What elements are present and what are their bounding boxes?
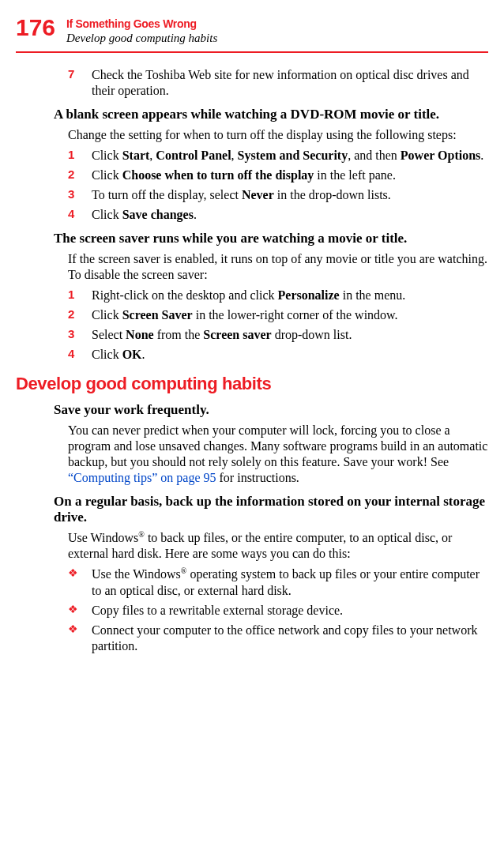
step-number: 3: [68, 187, 79, 203]
step-text: Click Choose when to turn off the displa…: [92, 167, 488, 183]
step-row: 3 Select None from the Screen saver drop…: [68, 327, 488, 343]
paragraph: Use Windows® to back up files, or the en…: [68, 530, 488, 562]
running-title: If Something Goes Wrong: [66, 17, 217, 30]
page: 176 If Something Goes Wrong Develop good…: [0, 0, 504, 682]
step-text: Click OK.: [92, 347, 488, 363]
step-text: Click Start, Control Panel, System and S…: [92, 148, 488, 164]
topic-title: A blank screen appears while watching a …: [54, 107, 488, 122]
sub1-title-wrap: Save your work frequently.: [54, 402, 488, 418]
paragraph: If the screen saver is enabled, it runs …: [68, 251, 488, 283]
sub2-title-wrap: On a regular basis, back up the informat…: [54, 494, 488, 525]
section-heading: Develop good computing habits: [16, 374, 488, 394]
step-text: Right-click on the desktop and click Per…: [92, 288, 488, 303]
step-row: 4 Click OK.: [68, 347, 488, 363]
diamond-bullet-icon: ❖: [68, 603, 79, 619]
step-text: To turn off the display, select Never in…: [92, 187, 488, 203]
topic-title: Save your work frequently.: [54, 402, 488, 418]
topic-b: The screen saver runs while you are watc…: [54, 231, 488, 246]
header-rule: [16, 51, 488, 53]
topic-title: The screen saver runs while you are watc…: [54, 231, 488, 246]
step-number: 4: [68, 207, 79, 223]
bullet-text: Use the Windows® operating system to bac…: [92, 566, 488, 598]
topic-a: A blank screen appears while watching a …: [54, 107, 488, 122]
step-number: 2: [68, 167, 79, 183]
step-number: 7: [68, 67, 79, 99]
step-row: 2 Click Screen Saver in the lower-right …: [68, 307, 488, 323]
step-number: 2: [68, 307, 79, 323]
step-row: 3 To turn off the display, select Never …: [68, 187, 488, 203]
topic-title: On a regular basis, back up the informat…: [54, 494, 488, 525]
step-number: 1: [68, 148, 79, 164]
step-number: 4: [68, 347, 79, 363]
diamond-bullet-icon: ❖: [68, 623, 79, 654]
step-row: 1 Click Start, Control Panel, System and…: [68, 148, 488, 164]
running-subtitle: Develop good computing habits: [66, 32, 217, 45]
bullet-text: Copy files to a rewritable external stor…: [92, 603, 488, 619]
step-row: 7 Check the Toshiba Web site for new inf…: [68, 67, 488, 99]
sub2-body: Use Windows® to back up files, or the en…: [68, 530, 488, 654]
paragraph: You can never predict when your computer…: [68, 423, 488, 486]
cross-ref-link[interactable]: “Computing tips” on page 95: [68, 471, 216, 484]
step-row: 1 Right-click on the desktop and click P…: [68, 288, 488, 303]
diamond-bullet-icon: ❖: [68, 566, 79, 598]
page-header: 176 If Something Goes Wrong Develop good…: [16, 16, 488, 45]
step-text: Check the Toshiba Web site for new infor…: [92, 67, 488, 99]
step-text: Select None from the Screen saver drop-d…: [92, 327, 488, 343]
page-number: 176: [16, 16, 57, 40]
registered-mark: ®: [138, 530, 145, 539]
topic-b-body: If the screen saver is enabled, it runs …: [68, 251, 488, 363]
step-text: Click Screen Saver in the lower-right co…: [92, 307, 488, 323]
step-number: 3: [68, 327, 79, 343]
bullet-row: ❖ Copy files to a rewritable external st…: [68, 603, 488, 619]
bullet-text: Connect your computer to the office netw…: [92, 623, 488, 654]
header-text-block: If Something Goes Wrong Develop good com…: [66, 16, 217, 45]
bullet-row: ❖ Use the Windows® operating system to b…: [68, 566, 488, 598]
step-number: 1: [68, 288, 79, 303]
step-text: Click Save changes.: [92, 207, 488, 223]
step-row: 4 Click Save changes.: [68, 207, 488, 223]
bullet-row: ❖ Connect your computer to the office ne…: [68, 623, 488, 654]
topic-a-body: Change the setting for when to turn off …: [68, 127, 488, 223]
paragraph: Change the setting for when to turn off …: [68, 127, 488, 143]
sub1-body: You can never predict when your computer…: [68, 423, 488, 486]
step-row: 2 Click Choose when to turn off the disp…: [68, 167, 488, 183]
body: 7 Check the Toshiba Web site for new inf…: [68, 67, 488, 99]
